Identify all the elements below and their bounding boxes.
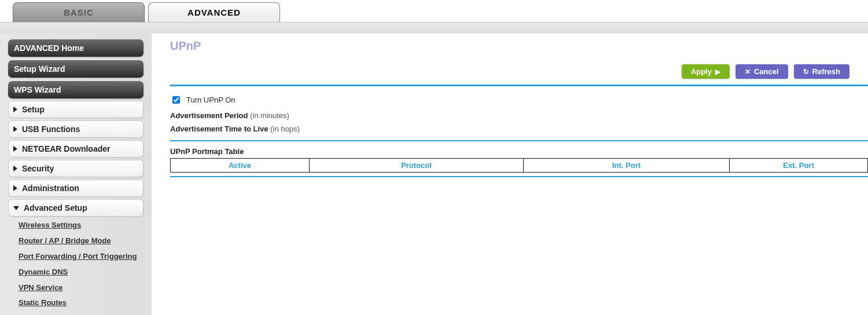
content-pane: UPnP Apply ▶ ✕ Cancel ↻ Refresh Turn UPn… (152, 34, 868, 193)
sidebar-cat-label: NETGEAR Downloader (22, 144, 110, 153)
divider (170, 176, 868, 177)
sidebar-cat-setup[interactable]: Setup (8, 101, 144, 118)
apply-button[interactable]: Apply ▶ (682, 64, 730, 79)
turn-upnp-on-checkbox[interactable] (172, 96, 180, 104)
sidebar-item-setup-wizard[interactable]: Setup Wizard (8, 60, 144, 78)
col-protocol: Protocol (310, 159, 524, 173)
tabstrip-bar (0, 22, 868, 34)
divider (170, 140, 868, 141)
divider (170, 85, 868, 86)
col-ext-port: Ext. Port (730, 159, 868, 173)
sidebar-sub-router-mode[interactable]: Router / AP / Bridge Mode (19, 233, 144, 249)
portmap-table-title: UPnP Portmap Table (170, 146, 868, 158)
apply-button-label: Apply (691, 67, 712, 76)
sidebar-cat-usb[interactable]: USB Functions (8, 120, 144, 138)
page-title: UPnP (170, 38, 868, 56)
sidebar-cat-label: USB Functions (22, 124, 80, 134)
sidebar-sub-vpn-service[interactable]: VPN Service (19, 280, 144, 296)
sidebar-sub-wireless-settings[interactable]: Wireless Settings (19, 218, 144, 233)
cancel-button[interactable]: ✕ Cancel (735, 64, 788, 79)
sidebar-cat-downloader[interactable]: NETGEAR Downloader (8, 140, 144, 158)
sidebar-cat-administration[interactable]: Administration (8, 180, 144, 197)
sidebar-sub-dynamic-dns[interactable]: Dynamic DNS (19, 265, 144, 280)
sidebar-sub-static-routes[interactable]: Static Routes (19, 295, 144, 311)
col-int-port: Int. Port (524, 159, 730, 173)
top-tabs: BASIC ADVANCED (0, 0, 868, 22)
sidebar-cat-label: Administration (22, 184, 79, 193)
ad-period-hint: (in minutes) (250, 111, 289, 120)
sidebar-sublist-advanced-setup: Wireless Settings Router / AP / Bridge M… (8, 217, 144, 315)
cancel-button-label: Cancel (754, 67, 779, 76)
refresh-button[interactable]: ↻ Refresh (794, 64, 849, 79)
col-active: Active (171, 159, 310, 173)
table-header-row: Active Protocol Int. Port Ext. Port (171, 159, 868, 173)
sidebar-cat-label: Setup (22, 105, 45, 114)
turn-upnp-on-label: Turn UPnP On (186, 96, 236, 104)
tab-advanced[interactable]: ADVANCED (148, 2, 280, 22)
sidebar-cat-label: Advanced Setup (24, 203, 87, 213)
refresh-icon: ↻ (803, 68, 809, 76)
sidebar: ADVANCED Home Setup Wizard WPS Wizard Se… (0, 34, 152, 315)
sidebar-cat-security[interactable]: Security (8, 160, 144, 177)
sidebar-sub-port-forwarding[interactable]: Port Forwarding / Port Triggering (19, 249, 144, 265)
ad-period-label: Advertisement Period (170, 111, 248, 120)
tab-basic[interactable]: BASIC (13, 2, 145, 22)
action-row: Apply ▶ ✕ Cancel ↻ Refresh (170, 56, 868, 85)
ad-ttl-hint: (in hops) (270, 124, 300, 133)
sidebar-item-advanced-home[interactable]: ADVANCED Home (8, 39, 144, 57)
close-icon: ✕ (745, 68, 751, 76)
sidebar-cat-label: Security (22, 164, 54, 173)
sidebar-cat-advanced-setup[interactable]: Advanced Setup (8, 199, 144, 217)
portmap-table: Active Protocol Int. Port Ext. Port (170, 158, 868, 173)
refresh-button-label: Refresh (812, 67, 840, 76)
play-icon: ▶ (715, 68, 720, 76)
ad-ttl-label: Advertisement Time to Live (170, 124, 269, 133)
sidebar-sub-web-services[interactable]: Web Services Management (19, 311, 144, 315)
sidebar-item-wps-wizard[interactable]: WPS Wizard (8, 81, 144, 98)
